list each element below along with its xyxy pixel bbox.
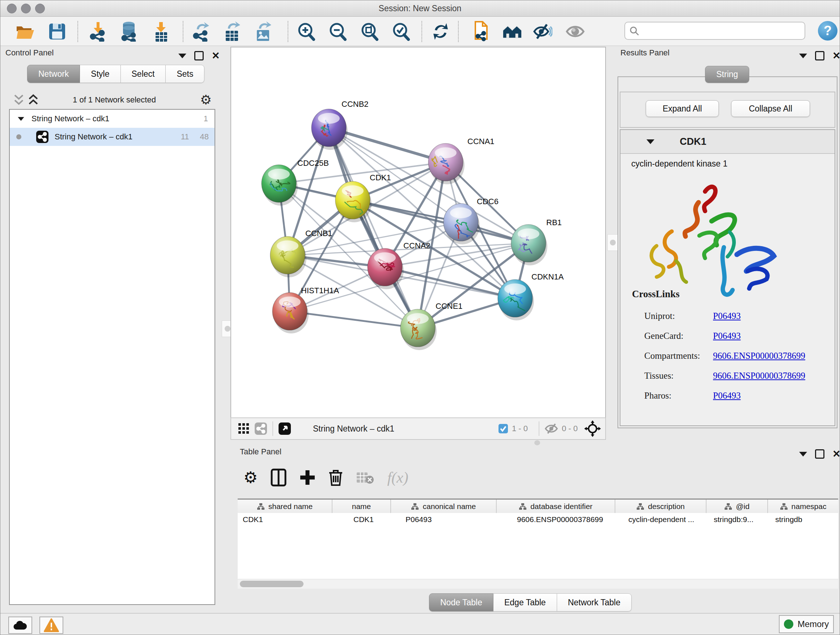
collapse-protein-icon[interactable]: [646, 139, 654, 144]
zoom-out-button[interactable]: [328, 22, 347, 41]
node-label: CCNA2: [403, 241, 431, 250]
protein-result-card: CDK1 cyclin-dependent kinase 1 CrossLink…: [620, 129, 835, 426]
column-header[interactable]: @id: [706, 500, 768, 513]
open-in-string-button[interactable]: [471, 22, 490, 41]
save-session-button[interactable]: [47, 22, 67, 41]
right-splitter-handle[interactable]: [607, 234, 618, 251]
table-cell[interactable]: stringdb: [768, 513, 838, 526]
bottom-splitter-handle[interactable]: [529, 440, 545, 446]
float-panel-icon[interactable]: [799, 452, 807, 456]
table-hscrollbar[interactable]: [238, 579, 838, 589]
minimize-window-button[interactable]: [21, 4, 31, 13]
float-panel-icon[interactable]: [799, 54, 807, 58]
expand-all-button[interactable]: Expand All: [646, 100, 719, 117]
import-table-button[interactable]: [152, 22, 171, 41]
close-panel-icon[interactable]: ✕: [832, 52, 840, 59]
close-panel-icon[interactable]: ✕: [832, 450, 840, 458]
control-panel-title: Control Panel: [5, 48, 54, 57]
zoom-in-icon: [297, 22, 316, 41]
node-label: CDKN1A: [531, 272, 564, 281]
cloud-services-button[interactable]: [8, 616, 32, 634]
import-network-database-button[interactable]: [119, 22, 139, 41]
collapse-all-networks-button[interactable]: [13, 94, 24, 107]
tab-sets[interactable]: Sets: [166, 65, 204, 83]
table-row[interactable]: CDK1 CDK1 P06493 9606.ENSP00000378699 cy…: [238, 513, 838, 526]
network-label: String Network – cdk1: [55, 132, 133, 141]
export-image-button[interactable]: [254, 22, 273, 41]
column-header[interactable]: shared name: [238, 500, 332, 513]
close-window-button[interactable]: [7, 4, 17, 13]
grid-view-icon[interactable]: [238, 423, 249, 434]
close-panel-icon[interactable]: ✕: [212, 52, 220, 59]
results-panel-tabs: String: [705, 66, 749, 83]
table-cell[interactable]: 9606.ENSP00000378699: [497, 513, 615, 526]
maximize-panel-icon[interactable]: [194, 51, 204, 60]
crosslink-value-link[interactable]: P06493: [713, 386, 741, 405]
network-row-selected[interactable]: String Network – cdk1 11 48: [10, 128, 215, 146]
table-hscrollbar-thumb[interactable]: [240, 581, 303, 587]
table-cell[interactable]: stringdb:9...: [706, 513, 768, 526]
show-columns-icon[interactable]: [271, 469, 286, 486]
database-import-icon: [119, 21, 138, 42]
network-collection-row[interactable]: String Network – cdk1 1: [10, 110, 215, 128]
network-view-canvas[interactable]: CCNB2CCNA1CDC25BCDK1CDC6RB1CCNB1CCNA2CDK…: [231, 47, 606, 418]
warning-triangle-icon: [44, 618, 59, 632]
warnings-button[interactable]: [39, 616, 63, 634]
tab-network-table[interactable]: Network Table: [557, 593, 632, 611]
crosslink-value-link[interactable]: 9606.ENSP00000378699: [713, 346, 805, 366]
show-all-button[interactable]: [565, 22, 585, 41]
table-cell[interactable]: cyclin-dependent ...: [615, 513, 706, 526]
collapse-all-button[interactable]: Collapse All: [731, 100, 810, 117]
search-input[interactable]: [624, 22, 805, 40]
import-network-file-button[interactable]: [88, 22, 108, 41]
tab-node-table[interactable]: Node Table: [429, 593, 493, 611]
network-status-dot: [16, 134, 21, 139]
expand-all-networks-button[interactable]: [28, 94, 39, 107]
network-view-mode-icon[interactable]: [254, 422, 267, 435]
maximize-panel-icon[interactable]: [815, 51, 824, 60]
table-cell[interactable]: P06493: [391, 513, 497, 526]
column-header[interactable]: description: [615, 500, 706, 513]
birds-eye-view-icon[interactable]: [584, 420, 601, 437]
zoom-fit-button[interactable]: [360, 22, 379, 41]
crosslink-value-link[interactable]: P06493: [713, 306, 741, 326]
column-header[interactable]: name: [332, 500, 391, 513]
maximize-window-button[interactable]: [35, 4, 45, 13]
tab-style[interactable]: Style: [80, 65, 120, 83]
memory-button[interactable]: Memory: [779, 615, 834, 633]
eye-icon: [565, 24, 585, 39]
protein-card-header[interactable]: CDK1: [621, 130, 835, 154]
hidden-eye-icon[interactable]: [545, 423, 558, 434]
tab-edge-table[interactable]: Edge Table: [493, 593, 557, 611]
table-cell[interactable]: CDK1: [238, 513, 332, 526]
results-panel-title: Results Panel: [621, 48, 669, 57]
column-header[interactable]: canonical name: [391, 500, 497, 513]
open-session-button[interactable]: [16, 22, 35, 41]
export-network-button[interactable]: [191, 22, 211, 41]
help-button[interactable]: ?: [818, 21, 837, 41]
column-header[interactable]: namespac: [768, 500, 838, 513]
tab-string[interactable]: String: [705, 66, 749, 83]
float-panel-icon[interactable]: [178, 54, 186, 58]
tab-select[interactable]: Select: [121, 65, 166, 83]
network-graph[interactable]: CCNB2CCNA1CDC25BCDK1CDC6RB1CCNB1CCNA2CDK…: [231, 48, 604, 416]
delete-column-icon[interactable]: [328, 469, 343, 486]
network-options-gear-icon[interactable]: ⚙: [200, 92, 212, 107]
tab-network[interactable]: Network: [27, 65, 80, 83]
hide-selected-button[interactable]: [533, 22, 553, 41]
detach-view-icon[interactable]: [278, 422, 291, 435]
crosslink-value-link[interactable]: 9606.ENSP00000378699: [713, 366, 805, 386]
maximize-panel-icon[interactable]: [815, 449, 824, 459]
export-table-button[interactable]: [223, 22, 242, 41]
selected-checkbox-icon[interactable]: [498, 424, 508, 434]
zoom-selected-button[interactable]: [391, 22, 411, 41]
add-column-icon[interactable]: [300, 470, 316, 486]
collection-expand-icon[interactable]: [18, 117, 24, 120]
crosslink-value-link[interactable]: P06493: [713, 326, 741, 346]
home-button[interactable]: [502, 22, 522, 41]
refresh-button[interactable]: [431, 22, 450, 41]
table-settings-gear-icon[interactable]: ⚙: [243, 468, 257, 486]
zoom-in-button[interactable]: [296, 22, 316, 41]
column-header[interactable]: database identifier: [497, 500, 615, 513]
table-cell[interactable]: CDK1: [332, 513, 391, 526]
